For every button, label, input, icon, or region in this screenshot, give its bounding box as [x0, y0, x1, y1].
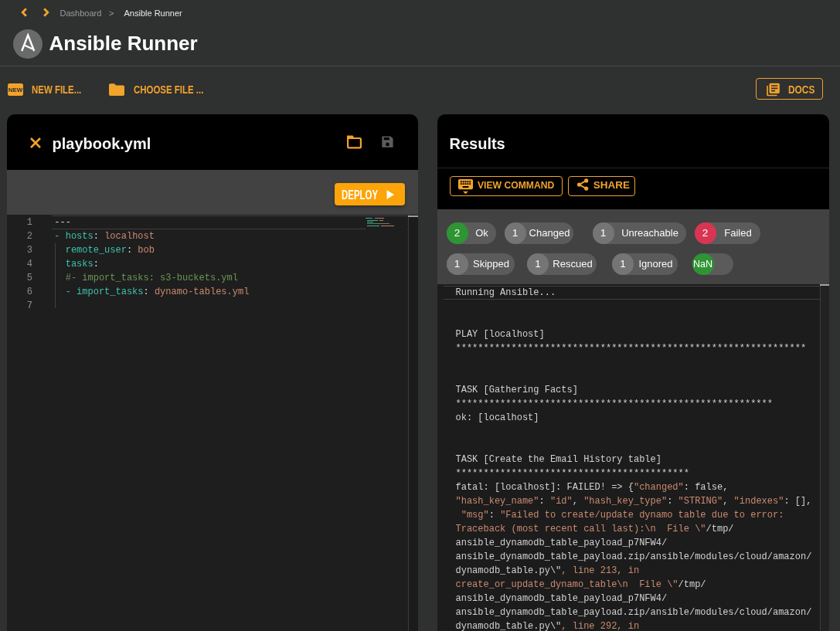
svg-text:NEW: NEW	[9, 87, 23, 93]
